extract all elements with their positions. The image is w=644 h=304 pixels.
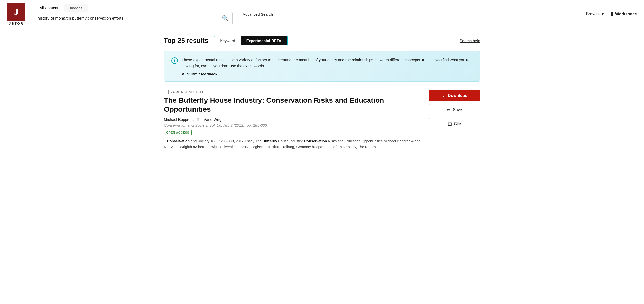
author-link-1[interactable]: Michael Boppré	[164, 117, 190, 122]
tab-all-content[interactable]: All Content	[34, 4, 64, 12]
info-text: These experimental results use a variety…	[182, 57, 473, 69]
cite-icon: ◫	[448, 121, 452, 126]
info-banner-row: i These experimental results use a varie…	[171, 57, 473, 69]
browse-button[interactable]: Browse ▼	[586, 12, 605, 16]
submit-feedback-button[interactable]: ➤ Submit feedback	[182, 72, 473, 76]
header: J JSTOR All Content Images 🔍 Advanced Se…	[0, 0, 644, 28]
result-item: JOURNAL ARTICLE The Butterfly House Indu…	[164, 90, 480, 150]
results-left: Top 25 results Keyword Experimental BETA	[164, 36, 288, 45]
article-journal: Conservation and Society, Vol. 10, No. 3…	[164, 123, 421, 127]
article-title[interactable]: The Butterfly House Industry: Conservati…	[164, 96, 421, 114]
author-link-2[interactable]: R.I. Vane-Wright	[197, 117, 224, 122]
info-icon: i	[171, 57, 178, 64]
header-right: Browse ▼ ▮ Workspace	[586, 11, 637, 17]
advanced-search-link[interactable]: Advanced Search	[243, 12, 273, 16]
bookmark-icon: ▮	[611, 11, 613, 17]
save-button[interactable]: ▭ Save	[429, 104, 480, 115]
search-row: 🔍	[34, 12, 233, 24]
cite-button[interactable]: ◫ Cite	[429, 118, 480, 129]
workspace-button[interactable]: ▮ Workspace	[611, 11, 637, 17]
article-snippet: ...Conservation and Society 10(3): 285-3…	[164, 138, 421, 150]
article-authors: Michael Boppré , R.I. Vane-Wright	[164, 117, 421, 122]
search-area: All Content Images 🔍	[34, 4, 233, 24]
article-type-row: JOURNAL ARTICLE	[164, 90, 421, 94]
download-button[interactable]: ⭳ Download	[429, 90, 480, 101]
info-banner: i These experimental results use a varie…	[164, 51, 480, 82]
result-main: JOURNAL ARTICLE The Butterfly House Indu…	[164, 90, 421, 150]
main-content: Top 25 results Keyword Experimental BETA…	[144, 28, 500, 167]
bookmark-save-icon: ▭	[447, 107, 451, 112]
tab-images[interactable]: Images	[64, 4, 88, 12]
results-title: Top 25 results	[164, 37, 208, 45]
open-access-badge: OPEN ACCESS	[164, 130, 192, 135]
send-icon: ➤	[182, 72, 185, 76]
result-checkbox[interactable]	[164, 90, 169, 94]
search-input[interactable]	[34, 13, 218, 24]
content-tabs: All Content Images	[34, 4, 233, 12]
logo-block: J JSTOR	[7, 3, 25, 25]
results-header: Top 25 results Keyword Experimental BETA…	[164, 36, 480, 45]
tab-experimental-beta[interactable]: Experimental BETA	[241, 36, 287, 45]
search-help-link[interactable]: Search help	[460, 38, 480, 43]
tab-keyword[interactable]: Keyword	[214, 36, 240, 45]
jstor-logo[interactable]: J	[7, 3, 25, 21]
result-actions: ⭳ Download ▭ Save ◫ Cite	[429, 90, 480, 150]
logo-name: JSTOR	[9, 22, 24, 25]
download-icon: ⭳	[442, 93, 446, 98]
keyword-toggle: Keyword Experimental BETA	[214, 36, 287, 45]
article-type-label: JOURNAL ARTICLE	[171, 90, 204, 94]
chevron-down-icon: ▼	[601, 12, 605, 16]
search-button[interactable]: 🔍	[218, 12, 232, 24]
